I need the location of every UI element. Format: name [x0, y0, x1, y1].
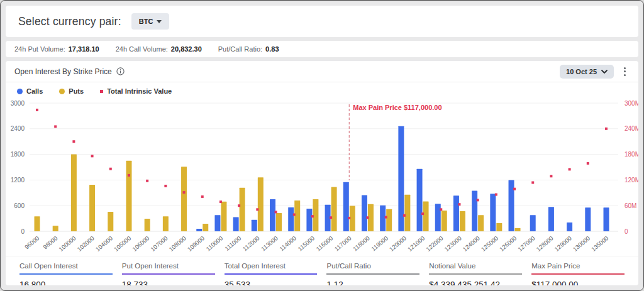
x-axis-tick-label: 106000 — [131, 234, 150, 253]
put-bar-123000[interactable] — [460, 211, 465, 231]
currency-pair-dropdown[interactable]: BTC — [131, 13, 170, 30]
call-bar-109000[interactable] — [196, 229, 202, 231]
intrinsic-value-point-110000[interactable] — [219, 200, 222, 203]
put-bar-116000[interactable] — [331, 187, 337, 231]
call-bar-129000[interactable] — [567, 222, 572, 231]
put-bar-106000[interactable] — [145, 219, 150, 231]
intrinsic-value-point-128000[interactable] — [550, 175, 552, 177]
intrinsic-value-point-130000[interactable] — [587, 162, 589, 165]
put-call-ratio-label: Put/Call Ratio: — [218, 45, 262, 53]
intrinsic-value-point-126000[interactable] — [513, 188, 516, 190]
intrinsic-value-point-117000[interactable] — [348, 217, 350, 219]
legend-label: Total Intrinsic Value — [107, 87, 172, 95]
put-bar-120000[interactable] — [404, 195, 410, 231]
call-bar-135000[interactable] — [604, 207, 609, 231]
call-bar-113000[interactable] — [270, 199, 275, 231]
call-volume-label: 24h Call Volume: — [116, 45, 168, 53]
put-bar-105000[interactable] — [126, 161, 131, 231]
intrinsic-value-point-107000[interactable] — [164, 185, 167, 187]
put-bar-122000[interactable] — [441, 211, 447, 231]
intrinsic-value-point-122000[interactable] — [440, 208, 442, 211]
open-interest-chart[interactable]: 0060060M1200120M1800180M2400240M3000300M… — [6, 96, 638, 253]
intrinsic-value-point-125000[interactable] — [495, 194, 497, 196]
intrinsic-value-point-135000[interactable] — [605, 128, 608, 130]
put-bar-102000[interactable] — [89, 185, 95, 231]
put-bar-114000[interactable] — [294, 200, 300, 231]
intrinsic-value-point-109000[interactable] — [201, 195, 204, 198]
intrinsic-value-point-129000[interactable] — [569, 168, 571, 170]
put-bar-107000[interactable] — [163, 216, 169, 231]
stat-value: 18,733 — [122, 280, 215, 285]
call-bar-122000[interactable] — [435, 204, 441, 231]
put-bar-100000[interactable] — [71, 155, 77, 231]
intrinsic-value-point-111000[interactable] — [238, 204, 240, 207]
call-bar-128000[interactable] — [548, 207, 554, 231]
kebab-menu-icon[interactable] — [620, 65, 630, 78]
put-bar-111000[interactable] — [240, 188, 245, 231]
intrinsic-value-point-118000[interactable] — [366, 216, 369, 219]
intrinsic-value-point-127000[interactable] — [531, 181, 534, 184]
put-bar-109000[interactable] — [203, 224, 208, 231]
x-axis-tick-label: 122000 — [425, 234, 444, 253]
stat-value: $117,000.00 — [531, 280, 625, 285]
put-bar-124000[interactable] — [478, 215, 484, 231]
call-bar-126000[interactable] — [509, 180, 514, 231]
put-bar-119000[interactable] — [386, 209, 392, 231]
intrinsic-value-point-105000[interactable] — [128, 174, 130, 177]
call-bar-115000[interactable] — [306, 209, 312, 231]
call-bar-124000[interactable] — [472, 190, 477, 231]
call-bar-118000[interactable] — [362, 195, 367, 231]
chevron-down-icon — [157, 20, 162, 23]
stat-label: Call Open Interest — [19, 262, 113, 275]
put-bar-125000[interactable] — [496, 223, 502, 231]
call-bar-114000[interactable] — [288, 207, 294, 231]
intrinsic-value-point-116000[interactable] — [330, 216, 332, 219]
x-axis-tick-label: 109000 — [186, 234, 206, 253]
intrinsic-value-point-100000[interactable] — [72, 140, 75, 143]
stat-value: 1.12 — [326, 280, 419, 285]
intrinsic-value-point-119000[interactable] — [385, 216, 387, 219]
put-bar-121000[interactable] — [423, 201, 429, 231]
call-volume-value: 20,832.30 — [171, 45, 202, 53]
x-axis-tick-label: 116000 — [315, 234, 335, 252]
put-bar-112000[interactable] — [258, 177, 264, 231]
call-bar-121000[interactable] — [417, 169, 423, 231]
intrinsic-value-point-108000[interactable] — [183, 191, 186, 194]
put-bar-110000[interactable] — [221, 202, 226, 231]
call-bar-117000[interactable] — [343, 182, 349, 231]
put-bar-113000[interactable] — [276, 213, 282, 231]
legend-item-total-intrinsic-value[interactable]: Total Intrinsic Value — [100, 87, 172, 95]
put-bar-108000[interactable] — [181, 167, 187, 231]
intrinsic-value-point-123000[interactable] — [458, 203, 460, 206]
intrinsic-value-point-104000[interactable] — [109, 168, 112, 170]
intrinsic-value-point-106000[interactable] — [146, 180, 148, 182]
intrinsic-value-point-102000[interactable] — [91, 155, 94, 157]
intrinsic-value-point-124000[interactable] — [477, 199, 479, 201]
call-bar-111000[interactable] — [233, 217, 239, 231]
x-axis-tick-label: 114000 — [278, 234, 297, 252]
put-bar-96000[interactable] — [35, 216, 40, 231]
info-icon[interactable] — [116, 67, 125, 75]
intrinsic-value-point-113000[interactable] — [275, 211, 277, 213]
call-bar-130000[interactable] — [585, 207, 591, 231]
intrinsic-value-point-115000[interactable] — [311, 215, 314, 217]
put-bar-104000[interactable] — [108, 212, 113, 231]
currency-selector-label: Select currency pair: — [18, 15, 121, 28]
legend-item-puts[interactable]: Puts — [59, 87, 84, 95]
call-bar-125000[interactable] — [490, 194, 496, 231]
call-bar-112000[interactable] — [252, 220, 257, 231]
put-bar-126000[interactable] — [515, 228, 521, 231]
intrinsic-value-point-96000[interactable] — [36, 109, 38, 111]
call-bar-127000[interactable] — [530, 215, 536, 231]
intrinsic-value-point-120000[interactable] — [403, 214, 406, 217]
date-selector-dropdown[interactable]: 10 Oct 25 — [560, 65, 614, 79]
intrinsic-value-point-121000[interactable] — [421, 212, 424, 215]
call-bar-110000[interactable] — [214, 215, 220, 231]
put-bar-98000[interactable] — [53, 226, 58, 231]
call-bar-123000[interactable] — [453, 195, 459, 231]
legend-item-calls[interactable]: Calls — [17, 87, 43, 95]
right-axis-tick-label: 180M — [625, 151, 638, 158]
intrinsic-value-point-114000[interactable] — [293, 213, 296, 216]
intrinsic-value-point-98000[interactable] — [54, 125, 57, 128]
intrinsic-value-point-112000[interactable] — [256, 208, 258, 211]
